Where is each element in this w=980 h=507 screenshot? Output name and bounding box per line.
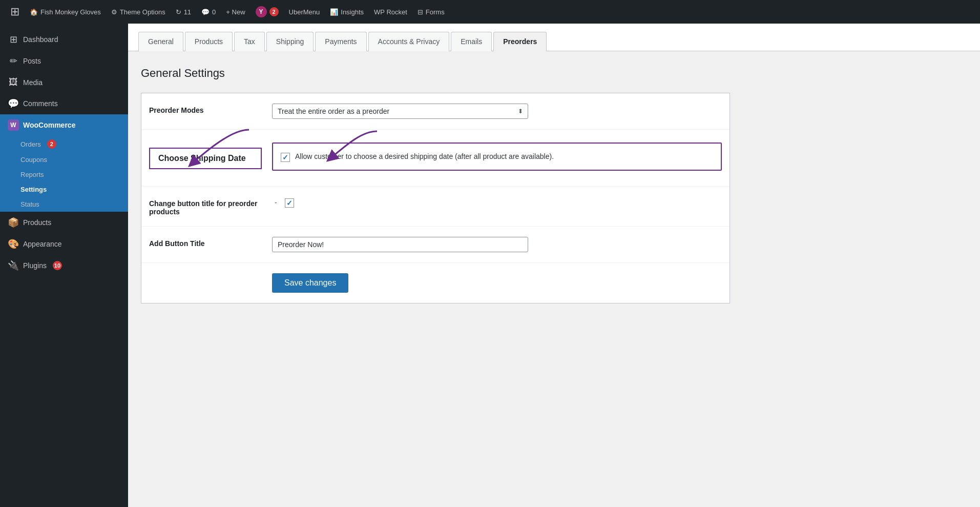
new-label: + New <box>226 8 245 16</box>
change-button-title-value: - <box>272 197 722 208</box>
sidebar-label-appearance: Appearance <box>23 240 62 248</box>
choose-shipping-date-row: Choose Shipping Date Allow customer to c… <box>141 130 729 187</box>
save-row: Save changes <box>141 263 729 303</box>
change-button-title-label: Change button title for preorder product… <box>149 197 262 216</box>
yoast-badge: 2 <box>269 7 279 16</box>
posts-icon: ✏ <box>8 55 19 67</box>
theme-options-item[interactable]: ⚙ Theme Options <box>106 0 171 24</box>
tab-tax[interactable]: Tax <box>234 32 265 51</box>
comments-icon: 💬 <box>201 8 210 16</box>
tab-general[interactable]: General <box>138 32 183 51</box>
tab-preorders[interactable]: Preorders <box>493 32 547 51</box>
sidebar-item-settings[interactable]: Settings <box>20 182 128 197</box>
wprocket-item[interactable]: WP Rocket <box>369 0 412 24</box>
add-button-title-value <box>272 237 722 252</box>
sidebar-item-media[interactable]: 🖼 Media <box>0 72 128 93</box>
sidebar-label-media: Media <box>23 78 43 87</box>
plugins-badge: 10 <box>53 261 62 270</box>
sidebar-label-products: Products <box>23 218 51 227</box>
yoast-icon: Y <box>256 6 267 17</box>
woo-arrow <box>124 120 128 130</box>
woo-submenu: Orders 2 Coupons Reports Settings Status <box>0 136 128 212</box>
sidebar-item-status[interactable]: Status <box>20 197 128 212</box>
sidebar-label-comments: Comments <box>23 99 58 108</box>
preorder-modes-select[interactable]: Treat the entire order as a preorderTrea… <box>272 104 528 119</box>
sidebar-item-dashboard[interactable]: ⊞ Dashboard <box>0 29 128 50</box>
sidebar-label-status: Status <box>20 200 39 208</box>
wprocket-label: WP Rocket <box>374 8 407 16</box>
ubermenu-item[interactable]: UberMenu <box>284 0 325 24</box>
site-name: Fish Monkey Gloves <box>40 8 101 16</box>
tabs-bar: General Products Tax Shipping Payments A… <box>128 24 980 51</box>
add-button-title-label: Add Button Title <box>149 237 262 248</box>
preorder-modes-select-wrapper: Treat the entire order as a preorderTrea… <box>272 104 528 119</box>
sidebar-label-reports: Reports <box>20 171 44 178</box>
wp-logo-item[interactable]: ⊞ <box>5 0 25 24</box>
sidebar-item-coupons[interactable]: Coupons <box>20 152 128 167</box>
preorder-modes-label: Preorder Modes <box>149 104 262 114</box>
change-button-title-row: Change button title for preorder product… <box>141 187 729 227</box>
sidebar-label-coupons: Coupons <box>20 156 47 164</box>
save-spacer <box>149 273 262 276</box>
orders-badge: 2 <box>47 139 56 149</box>
annotation-arrow-label <box>182 125 264 171</box>
sidebar-item-reports[interactable]: Reports <box>20 167 128 182</box>
annotation-arrow-checkbox <box>321 127 403 166</box>
dashboard-icon: ⊞ <box>8 34 19 45</box>
save-changes-button[interactable]: Save changes <box>272 273 348 293</box>
tab-payments[interactable]: Payments <box>315 32 366 51</box>
add-button-title-input[interactable] <box>272 237 528 252</box>
tab-shipping[interactable]: Shipping <box>266 32 314 51</box>
sidebar-label-orders: Orders <box>20 140 41 148</box>
sidebar: ⊞ Dashboard ✏ Posts 🖼 Media 💬 Comments W… <box>0 24 128 507</box>
wp-logo-icon: ⊞ <box>10 5 19 18</box>
forms-icon: ⊟ <box>418 8 423 16</box>
forms-item[interactable]: ⊟ Forms <box>412 0 450 24</box>
appearance-icon: 🎨 <box>8 238 19 250</box>
sidebar-label-settings: Settings <box>20 186 47 193</box>
new-item[interactable]: + New <box>221 0 250 24</box>
tab-products[interactable]: Products <box>185 32 233 51</box>
sidebar-label-woocommerce: WooCommerce <box>23 121 75 129</box>
change-button-dash: - <box>272 198 280 207</box>
woocommerce-icon: W <box>8 119 19 131</box>
theme-options-icon: ⚙ <box>111 8 117 16</box>
sidebar-item-posts[interactable]: ✏ Posts <box>0 50 128 72</box>
main-content: General Products Tax Shipping Payments A… <box>128 24 980 507</box>
sidebar-item-products[interactable]: 📦 Products <box>0 212 128 233</box>
sidebar-item-appearance[interactable]: 🎨 Appearance <box>0 233 128 255</box>
choose-shipping-date-checkbox[interactable] <box>281 153 290 162</box>
admin-bar: ⊞ 🏠 Fish Monkey Gloves ⚙ Theme Options ↻… <box>0 0 980 24</box>
sidebar-item-orders[interactable]: Orders 2 <box>20 136 128 152</box>
ubermenu-label: UberMenu <box>289 8 320 16</box>
preorder-modes-value: Treat the entire order as a preorderTrea… <box>272 104 722 119</box>
bar-chart-icon: 📊 <box>330 8 338 16</box>
updates-count: 11 <box>184 8 191 16</box>
sidebar-item-woocommerce[interactable]: W WooCommerce <box>0 114 128 136</box>
save-value: Save changes <box>272 273 722 293</box>
sidebar-item-plugins[interactable]: 🔌 Plugins 10 <box>0 255 128 276</box>
updates-item[interactable]: ↻ 11 <box>171 0 196 24</box>
insights-label: Insights <box>341 8 364 16</box>
sidebar-label-posts: Posts <box>23 57 41 65</box>
site-name-item[interactable]: 🏠 Fish Monkey Gloves <box>25 0 106 24</box>
change-button-title-checkbox[interactable] <box>285 198 294 208</box>
add-button-title-row: Add Button Title <box>141 227 729 263</box>
sidebar-label-plugins: Plugins <box>23 261 47 270</box>
page-title: General Settings <box>141 67 967 80</box>
insights-item[interactable]: 📊 Insights <box>325 0 369 24</box>
home-icon: 🏠 <box>30 8 38 16</box>
content-area: General Settings Preorder Modes Treat th… <box>128 51 980 507</box>
products-icon: 📦 <box>8 217 19 228</box>
sidebar-item-comments[interactable]: 💬 Comments <box>0 93 128 114</box>
yoast-item[interactable]: Y 2 <box>251 0 284 24</box>
theme-options-label: Theme Options <box>120 8 165 16</box>
sidebar-label-dashboard: Dashboard <box>23 35 58 44</box>
tab-accounts-privacy[interactable]: Accounts & Privacy <box>368 32 450 51</box>
tab-emails[interactable]: Emails <box>451 32 492 51</box>
comments-item[interactable]: 💬 0 <box>196 0 221 24</box>
forms-label: Forms <box>426 8 445 16</box>
media-icon: 🖼 <box>8 77 19 88</box>
plugins-icon: 🔌 <box>8 260 19 271</box>
comments-count: 0 <box>212 8 216 16</box>
